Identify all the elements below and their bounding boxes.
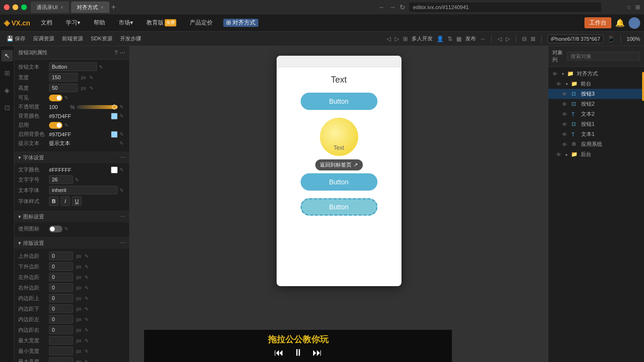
tab-1-close[interactable]: × bbox=[61, 5, 63, 10]
font-more-icon[interactable]: ⋯ bbox=[120, 155, 125, 161]
padding-top-edit[interactable]: ✎ bbox=[85, 296, 90, 301]
assets-icon[interactable]: ⊡ bbox=[1, 102, 13, 113]
address-bar[interactable]: editor.ivx.cn/#11240941 bbox=[409, 2, 601, 12]
visible-toggle[interactable] bbox=[49, 95, 62, 101]
eye-icon-frontend[interactable]: 👁 bbox=[556, 81, 563, 87]
select-tool-icon[interactable]: ↖ bbox=[1, 50, 13, 61]
bg-color-swatch[interactable] bbox=[111, 113, 118, 120]
margin-left-input[interactable] bbox=[49, 273, 73, 281]
width-edit[interactable]: ✎ bbox=[89, 75, 95, 80]
font-section-title[interactable]: ▾ 字体设置 ⋯ bbox=[14, 152, 129, 163]
bookmark-icon[interactable]: ☆ bbox=[626, 4, 632, 11]
layout-section-title[interactable]: ▾ 排版设置 ⋯ bbox=[14, 238, 129, 249]
height-input[interactable] bbox=[49, 84, 78, 92]
bg-color-edit[interactable]: ✎ bbox=[120, 113, 125, 119]
layout-icon[interactable]: ▦ bbox=[456, 36, 462, 42]
icon-section-title[interactable]: ▾ 图标设置 ⋯ bbox=[14, 211, 129, 222]
nav-left-icon[interactable]: ◁ bbox=[498, 36, 502, 42]
layer-button3[interactable]: 👁 ⊡ 按钮3 bbox=[548, 89, 644, 99]
underline-btn[interactable]: U bbox=[72, 196, 82, 206]
opacity-bar[interactable] bbox=[77, 105, 118, 109]
nav-docs[interactable]: 文档 bbox=[38, 19, 55, 27]
enabled-toggle[interactable] bbox=[49, 122, 62, 129]
layers-icon[interactable]: ⊞ bbox=[1, 67, 13, 79]
eye-icon-btn1[interactable]: 👁 bbox=[562, 121, 569, 127]
padding-left-input[interactable] bbox=[49, 315, 73, 324]
italic-btn[interactable]: I bbox=[61, 196, 70, 206]
layer-frontend[interactable]: 👁 ▾ 📁 前台 bbox=[548, 79, 644, 89]
play-icon[interactable]: ▷ bbox=[395, 36, 399, 42]
nav-pricing[interactable]: 产品定价 bbox=[187, 19, 216, 27]
help-icon[interactable]: ? bbox=[114, 49, 118, 56]
margin-right-input[interactable] bbox=[49, 283, 73, 292]
tab-2[interactable]: 对齐方式 × bbox=[71, 1, 109, 13]
eye-icon-text2[interactable]: 👁 bbox=[562, 111, 569, 117]
margin-bottom-input[interactable] bbox=[49, 262, 73, 271]
eye-icon-appsys[interactable]: 👁 bbox=[562, 142, 569, 147]
max-height-edit[interactable]: ✎ bbox=[85, 359, 90, 362]
reload-button[interactable]: ↻ bbox=[400, 3, 405, 11]
device-icon[interactable]: 📱 bbox=[608, 36, 615, 42]
notification-icon[interactable]: 🔔 bbox=[615, 18, 625, 27]
enabled-bg-swatch[interactable] bbox=[111, 131, 118, 138]
button-text-input[interactable] bbox=[49, 62, 97, 71]
tab-1[interactable]: 通讯录UI × bbox=[31, 1, 69, 13]
font-size-edit[interactable]: ✎ bbox=[75, 177, 81, 182]
visible-edit[interactable]: ✎ bbox=[64, 95, 70, 100]
margin-bottom-edit[interactable]: ✎ bbox=[85, 264, 90, 269]
bold-btn[interactable]: B bbox=[49, 196, 59, 206]
extension-icon[interactable]: ⊞ bbox=[635, 4, 640, 11]
object-search-input[interactable] bbox=[567, 52, 640, 60]
sync-icon[interactable]: ⇅ bbox=[448, 36, 452, 42]
layer-app-system[interactable]: 👁 ⚙ 应用系统 bbox=[548, 139, 644, 149]
layout-more[interactable]: ⋯ bbox=[120, 240, 125, 246]
button-3[interactable]: Button bbox=[301, 198, 377, 216]
eye-icon-text1[interactable]: 👁 bbox=[562, 132, 569, 137]
padding-bottom-input[interactable] bbox=[49, 304, 73, 313]
button-1[interactable]: Button bbox=[301, 93, 377, 110]
height-edit[interactable]: ✎ bbox=[89, 85, 95, 91]
publish-btn[interactable]: 发布 bbox=[465, 35, 476, 42]
tab-2-close[interactable]: × bbox=[101, 5, 104, 10]
opacity-edit[interactable]: ✎ bbox=[120, 104, 125, 109]
edit-icon[interactable]: ✎ bbox=[99, 64, 105, 70]
eye-icon-btn2[interactable]: 👁 bbox=[562, 101, 569, 107]
nav-learn[interactable]: 学习▾ bbox=[63, 19, 83, 27]
nav-edu[interactable]: 教育版 免费 bbox=[144, 19, 179, 27]
yellow-circle[interactable]: Text bbox=[320, 118, 358, 156]
device-select[interactable]: iPhone6/7/8 375*667 bbox=[547, 35, 604, 43]
eye-icon-root[interactable]: 👁 bbox=[552, 71, 559, 77]
multidev-btn[interactable]: 多人开发 bbox=[412, 35, 433, 42]
font-family-edit[interactable]: ✎ bbox=[120, 188, 125, 193]
padding-bottom-edit[interactable]: ✎ bbox=[85, 306, 90, 312]
margin-right-edit[interactable]: ✎ bbox=[85, 285, 90, 290]
arrow-icon[interactable]: → bbox=[480, 36, 486, 42]
frontend-resource-btn[interactable]: 前端资源 bbox=[59, 34, 86, 43]
canvas-area[interactable]: Text Button Text 返回到标签页 ↗ Button bbox=[130, 46, 548, 362]
zoom-control[interactable]: 100% bbox=[627, 36, 640, 42]
nav-align[interactable]: ⊞ 对齐方式 bbox=[223, 19, 258, 27]
sdk-resource-btn[interactable]: SDK资源 bbox=[88, 34, 115, 43]
maximize-btn[interactable] bbox=[21, 4, 27, 10]
use-icon-toggle[interactable] bbox=[49, 226, 62, 232]
min-width-edit[interactable]: ✎ bbox=[85, 349, 90, 354]
max-width-input[interactable] bbox=[49, 336, 73, 345]
font-color-swatch[interactable] bbox=[111, 167, 118, 173]
nav-help[interactable]: 帮助 bbox=[91, 19, 108, 27]
media-prev-btn[interactable]: ⏮ bbox=[274, 347, 284, 358]
font-family-input[interactable] bbox=[49, 186, 118, 194]
placeholder-edit[interactable]: ✎ bbox=[120, 141, 125, 146]
forward-button[interactable]: → bbox=[389, 3, 396, 11]
eye-icon-backend[interactable]: 👁 bbox=[556, 152, 563, 157]
margin-left-edit[interactable]: ✎ bbox=[85, 275, 90, 280]
dev-steps-btn[interactable]: 开发步骤 bbox=[117, 34, 144, 43]
width-input[interactable] bbox=[49, 73, 78, 82]
layer-text1[interactable]: 👁 T 文本1 bbox=[548, 129, 644, 139]
min-width-input[interactable] bbox=[49, 347, 73, 355]
avatar[interactable] bbox=[629, 17, 640, 29]
layer-root[interactable]: 👁 ▾ 📁 对齐方式 bbox=[548, 69, 644, 79]
person-icon[interactable]: 👤 bbox=[437, 36, 444, 42]
layer-button2[interactable]: 👁 ⊡ 按钮2 bbox=[548, 99, 644, 109]
layer-backend[interactable]: 👁 ▸ 📁 后台 bbox=[548, 149, 644, 159]
layout2-icon[interactable]: ⊠ bbox=[531, 36, 535, 42]
